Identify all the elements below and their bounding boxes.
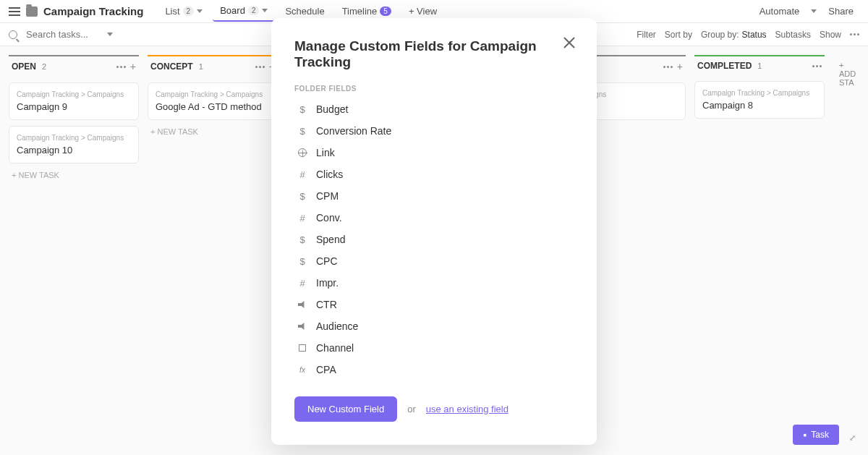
dollar-icon <box>297 191 307 201</box>
hash-icon <box>297 278 307 288</box>
dollar-icon <box>297 256 307 266</box>
custom-fields-modal: Manage Custom Fields for Campaign Tracki… <box>271 18 597 445</box>
field-row-audience[interactable]: Audience <box>294 315 574 337</box>
modal-backdrop: Manage Custom Fields for Campaign Tracki… <box>0 0 868 455</box>
new-custom-field-button[interactable]: New Custom Field <box>294 396 397 422</box>
hash-icon <box>297 169 307 179</box>
field-row-link[interactable]: Link <box>294 142 574 163</box>
square-icon <box>297 343 307 353</box>
field-row-cpc[interactable]: CPC <box>294 250 574 272</box>
globe-icon <box>297 148 307 158</box>
speaker-icon <box>297 299 307 310</box>
modal-title: Manage Custom Fields for Campaign Tracki… <box>294 38 574 70</box>
dollar-icon <box>297 234 307 244</box>
field-row-spend[interactable]: Spend <box>294 229 574 250</box>
field-row-impr[interactable]: Impr. <box>294 272 574 294</box>
section-label: FOLDER FIELDS <box>294 85 574 93</box>
field-row-ctr[interactable]: CTR <box>294 294 574 315</box>
field-row-budget[interactable]: Budget <box>294 98 574 120</box>
field-row-conv[interactable]: Conv. <box>294 207 574 229</box>
speaker-icon <box>297 321 307 331</box>
field-row-cpm[interactable]: CPM <box>294 185 574 207</box>
or-label: or <box>407 404 416 414</box>
field-row-channel[interactable]: Channel <box>294 337 574 359</box>
field-row-conversion-rate[interactable]: Conversion Rate <box>294 120 574 142</box>
close-icon[interactable] <box>562 35 576 50</box>
field-row-cpa[interactable]: CPA <box>294 359 574 380</box>
dollar-icon <box>297 104 307 114</box>
dollar-icon <box>297 126 307 136</box>
formula-icon <box>297 365 307 375</box>
field-list: Budget Conversion Rate Link Clicks CPM C… <box>294 98 574 380</box>
use-existing-field-link[interactable]: use an existing field <box>426 404 509 414</box>
field-row-clicks[interactable]: Clicks <box>294 163 574 185</box>
hash-icon <box>297 213 307 223</box>
